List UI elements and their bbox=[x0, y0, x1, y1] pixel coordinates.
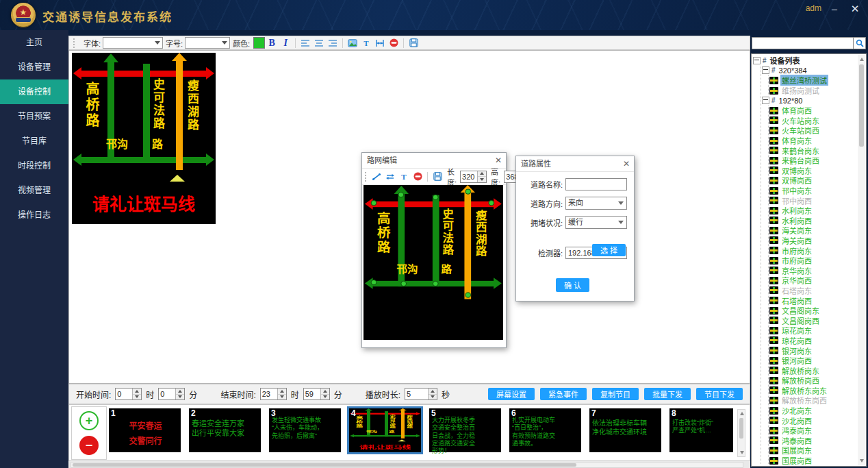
align-right-icon[interactable] bbox=[327, 38, 338, 49]
device-item-label[interactable]: 国展岗东 bbox=[780, 445, 813, 456]
device-item-label[interactable]: 体育岗东 bbox=[780, 135, 813, 146]
device-item-label[interactable]: 体育岗西 bbox=[780, 105, 813, 116]
sidebar-item-5[interactable]: 节目库 bbox=[0, 129, 68, 153]
device-item[interactable]: 海关岗东 bbox=[769, 225, 857, 236]
device-item-label[interactable]: 文昌阁岗东 bbox=[780, 305, 821, 316]
search-button[interactable] bbox=[853, 37, 866, 49]
font-select[interactable] bbox=[103, 37, 163, 49]
device-item-label[interactable]: 石塔岗西 bbox=[780, 295, 813, 306]
device-item-label[interactable]: 鸿泰岗东 bbox=[780, 425, 813, 436]
device-item[interactable]: 维扬岗测试 bbox=[769, 86, 857, 96]
double-arrow-icon[interactable] bbox=[385, 171, 396, 182]
device-item-label[interactable]: 沙北岗西 bbox=[780, 415, 813, 426]
device-item[interactable]: 沙北岗西 bbox=[769, 415, 857, 426]
program-thumbnail-7[interactable]: 7依法治理非标车辆净化城市交通环境 bbox=[589, 408, 661, 452]
device-item-label[interactable]: 文昌阁岗西 bbox=[780, 315, 821, 326]
device-item-label[interactable]: 解放桥岗东 bbox=[780, 365, 821, 376]
device-item-label[interactable]: 邗中岗西 bbox=[780, 195, 813, 206]
step-down-icon[interactable] bbox=[176, 395, 184, 400]
device-item[interactable]: 双博岗西 bbox=[769, 175, 857, 186]
jam-status-select[interactable]: 缓行 bbox=[565, 216, 627, 229]
device-item-label[interactable]: 海关岗西 bbox=[780, 235, 813, 246]
device-item-label[interactable]: 螺丝湾桥测试 bbox=[780, 75, 828, 86]
minimize-icon[interactable]: – bbox=[827, 3, 842, 15]
action-button-5[interactable]: 节目下发 bbox=[696, 388, 743, 400]
road-direction-select[interactable]: 来向 bbox=[565, 197, 627, 210]
end-minute-value[interactable]: 59 bbox=[304, 389, 320, 399]
select-button[interactable]: 选 择 bbox=[592, 244, 626, 256]
duration-value[interactable]: 5 bbox=[405, 389, 422, 399]
device-item-label[interactable]: 解放桥东岗西 bbox=[780, 395, 828, 406]
device-item[interactable]: 解放桥东岗西 bbox=[769, 395, 857, 406]
step-down-icon[interactable] bbox=[429, 395, 437, 400]
device-item-label[interactable]: 市府岗西 bbox=[780, 255, 813, 266]
image-icon[interactable] bbox=[347, 38, 358, 49]
playlist-vertical-scrollbar[interactable] bbox=[737, 409, 745, 457]
device-item[interactable]: 国展岗东 bbox=[769, 445, 857, 456]
device-item[interactable]: 水利岗东 bbox=[769, 206, 857, 216]
stop-icon[interactable] bbox=[412, 171, 423, 182]
editor-canvas[interactable]: 高桥路史可法路瘦西湖路邗沟路请礼让斑马线 路网编辑 ✕ T 长度: 320 高度… bbox=[68, 50, 750, 384]
device-item[interactable]: 海关岗西 bbox=[769, 236, 857, 246]
device-item-label[interactable]: 国展岗西 bbox=[780, 455, 813, 465]
device-item[interactable]: 鸿泰岗东 bbox=[769, 426, 857, 436]
confirm-button[interactable]: 确 认 bbox=[556, 278, 589, 292]
device-item[interactable]: 石塔岗东 bbox=[769, 286, 857, 296]
action-button-4[interactable]: 批量下发 bbox=[644, 388, 691, 400]
device-item[interactable]: 水利岗西 bbox=[769, 216, 857, 226]
device-item-label[interactable]: 鸿泰岗西 bbox=[780, 435, 813, 446]
device-item-label[interactable]: 市府岗东 bbox=[780, 245, 813, 256]
close-icon[interactable]: ✕ bbox=[623, 156, 630, 171]
step-down-icon[interactable] bbox=[478, 177, 486, 182]
step-up-icon[interactable] bbox=[278, 389, 286, 395]
device-item[interactable]: 沙北岗东 bbox=[769, 406, 857, 416]
device-item[interactable]: 解放桥岗西 bbox=[769, 375, 857, 386]
device-item-label[interactable]: 来鹤台岗西 bbox=[780, 155, 821, 166]
step-down-icon[interactable] bbox=[321, 395, 329, 400]
tree-root[interactable]: #设备列表 bbox=[753, 56, 857, 66]
line-icon[interactable] bbox=[371, 171, 382, 182]
font-size-select[interactable] bbox=[185, 37, 230, 49]
device-item-label[interactable]: 火车站岗西 bbox=[780, 125, 821, 136]
step-down-icon[interactable] bbox=[278, 395, 286, 400]
device-item[interactable]: 石塔岗西 bbox=[769, 295, 857, 306]
device-item-label[interactable]: 解放桥岗西 bbox=[780, 375, 821, 386]
start-hour-stepper[interactable]: 0 bbox=[115, 388, 142, 400]
expander-icon[interactable] bbox=[762, 66, 769, 74]
save-icon[interactable] bbox=[432, 171, 443, 182]
device-item[interactable]: 文昌阁岗东 bbox=[769, 306, 857, 316]
device-item-label[interactable]: 水利岗东 bbox=[780, 205, 813, 216]
device-item-label[interactable]: 火车站岗东 bbox=[780, 115, 821, 126]
tree-group-320*384[interactable]: #320*384 bbox=[762, 66, 857, 76]
device-item-label[interactable]: 邗中岗东 bbox=[780, 185, 813, 196]
device-item[interactable]: 琼花岗西 bbox=[769, 336, 857, 346]
expander-icon[interactable] bbox=[753, 57, 761, 64]
step-down-icon[interactable] bbox=[133, 395, 141, 400]
device-item-label[interactable]: 银河岗东 bbox=[780, 345, 813, 356]
sidebar-item-2[interactable]: 设备管理 bbox=[0, 55, 68, 79]
program-thumbnail-2[interactable]: 2春运安全连万家出行平安靠大家 bbox=[189, 408, 261, 452]
device-item[interactable]: 文昌阁岗西 bbox=[769, 315, 857, 325]
close-icon[interactable]: ✕ bbox=[847, 3, 863, 15]
duration-stepper[interactable]: 5 bbox=[405, 388, 437, 400]
start-minute-stepper[interactable]: 0 bbox=[158, 388, 185, 400]
program-thumbnail-3[interactable]: 3发生轻微交通事故“人未伤，车能动，先拍照，后撤离” bbox=[269, 408, 341, 452]
italic-button[interactable]: I bbox=[280, 38, 291, 49]
device-item-label[interactable]: 琼花岗西 bbox=[780, 335, 813, 346]
device-item[interactable]: 京华岗西 bbox=[769, 275, 857, 286]
action-button-1[interactable]: 屏幕设置 bbox=[488, 388, 535, 400]
device-item-label[interactable]: 双博岗东 bbox=[780, 165, 813, 176]
stop-icon[interactable] bbox=[388, 38, 399, 49]
device-item[interactable]: 解放桥东岗东 bbox=[769, 386, 857, 396]
user-name[interactable]: adm bbox=[806, 3, 821, 13]
device-item[interactable]: 市府岗西 bbox=[769, 256, 857, 266]
device-item[interactable]: 体育岗西 bbox=[769, 106, 857, 116]
device-item[interactable]: 体育岗东 bbox=[769, 136, 857, 146]
device-item-label[interactable]: 来鹤台岗东 bbox=[780, 145, 821, 156]
program-thumbnail-6[interactable]: 6扎实开展电动车“百日整治”，有效预防道路交通事故。 bbox=[509, 408, 581, 452]
device-item[interactable]: 邗中岗西 bbox=[769, 195, 857, 206]
device-item-label[interactable]: 双博岗西 bbox=[780, 175, 813, 186]
sidebar-item-7[interactable]: 视频管理 bbox=[0, 178, 68, 203]
device-item[interactable]: 银河岗东 bbox=[769, 345, 857, 356]
action-button-3[interactable]: 复制节目 bbox=[592, 388, 639, 400]
